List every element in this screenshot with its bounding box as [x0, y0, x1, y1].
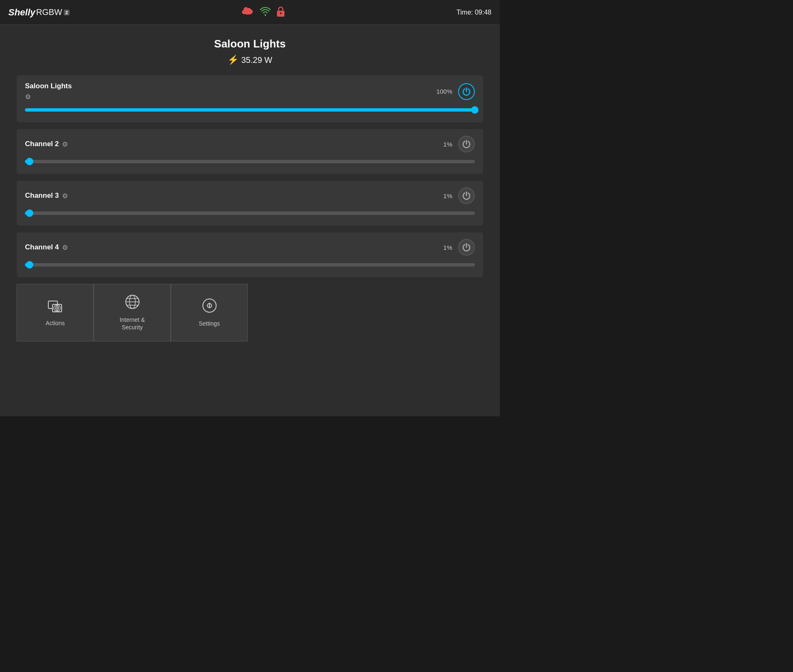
nav-internet-security-label: Internet &Security — [120, 316, 145, 331]
header-status-icons — [242, 6, 285, 19]
channel-3-slider[interactable] — [25, 209, 475, 217]
channel-3-name-row: Channel 3 ⚙ — [25, 192, 68, 200]
channel-2-power-button[interactable] — [458, 136, 475, 152]
channel-3-thumb[interactable] — [26, 209, 33, 217]
channel-2-track — [25, 160, 475, 163]
actions-icon — [47, 299, 63, 314]
channel-2-thumb[interactable] — [26, 158, 33, 165]
svg-point-2 — [280, 12, 282, 14]
bottom-nav: Actions Internet &Security — [17, 284, 483, 341]
channel-card-3: Channel 3 ⚙ 1% — [17, 181, 483, 226]
channel-1-slider[interactable] — [25, 106, 475, 114]
svg-point-0 — [243, 9, 253, 15]
app-logo: Shelly RGBW 2 — [8, 7, 70, 18]
channel-1-gear-icon[interactable]: ⚙ — [25, 93, 72, 101]
channel-card-1: Saloon Lights ⚙ 100% — [17, 75, 483, 122]
channel-3-name: Channel 3 — [25, 192, 59, 200]
channel-1-name: Saloon Lights — [25, 82, 72, 90]
channel-1-name-row: Saloon Lights — [25, 82, 72, 90]
channel-2-gear-icon[interactable]: ⚙ — [62, 140, 68, 148]
channel-2-slider[interactable] — [25, 157, 475, 166]
bolt-icon: ⚡ — [227, 55, 239, 65]
channel-3-track — [25, 212, 475, 215]
power-info: ⚡ 35.29 W — [17, 55, 483, 65]
channel-3-percent: 1% — [443, 192, 452, 199]
channel-1-thumb[interactable] — [471, 106, 479, 114]
channel-4-header: Channel 4 ⚙ 1% — [25, 239, 475, 256]
main-content: Saloon Lights ⚡ 35.29 W Saloon Lights ⚙ … — [0, 25, 500, 416]
channel-4-track — [25, 263, 475, 266]
channel-1-right: 100% — [436, 83, 475, 100]
channel-1-track — [25, 108, 475, 112]
header-time: Time: 09:48 — [456, 9, 491, 16]
channel-1-fill — [25, 108, 475, 112]
settings-icon: i — [202, 298, 217, 315]
logo-badge: 2 — [64, 10, 70, 15]
channel-3-power-button[interactable] — [458, 187, 475, 204]
channel-4-gear-icon[interactable]: ⚙ — [62, 244, 68, 251]
nav-settings-label: Settings — [199, 320, 220, 327]
internet-security-icon — [125, 294, 140, 311]
channel-2-header: Channel 2 ⚙ 1% — [25, 136, 475, 152]
channel-4-slider[interactable] — [25, 261, 475, 269]
power-value: 35.29 W — [241, 55, 272, 65]
logo-shelly: Shelly — [8, 7, 35, 18]
channel-1-left: Saloon Lights ⚙ — [25, 82, 72, 101]
cloud-icon — [242, 7, 254, 18]
channel-2-percent: 1% — [443, 141, 452, 148]
channel-2-right: 1% — [443, 136, 475, 152]
nav-item-internet-security[interactable]: Internet &Security — [94, 284, 171, 341]
channel-2-name-row: Channel 2 ⚙ — [25, 140, 68, 148]
channel-card-2: Channel 2 ⚙ 1% — [17, 129, 483, 174]
channel-1-power-button[interactable] — [458, 83, 475, 100]
channel-4-power-button[interactable] — [458, 239, 475, 256]
device-title: Saloon Lights — [17, 37, 483, 50]
channel-3-right: 1% — [443, 187, 475, 204]
nav-item-settings[interactable]: i Settings — [171, 284, 248, 341]
nav-item-actions[interactable]: Actions — [17, 284, 94, 341]
lock-icon — [277, 6, 285, 19]
channel-4-name-row: Channel 4 ⚙ — [25, 243, 68, 251]
svg-text:i: i — [208, 302, 210, 309]
channel-1-header: Saloon Lights ⚙ 100% — [25, 82, 475, 101]
channel-4-thumb[interactable] — [26, 261, 33, 269]
wifi-icon — [260, 7, 271, 18]
channel-3-header: Channel 3 ⚙ 1% — [25, 187, 475, 204]
channel-4-percent: 1% — [443, 244, 452, 251]
channel-3-gear-icon[interactable]: ⚙ — [62, 192, 68, 200]
app-header: Shelly RGBW 2 — [0, 0, 500, 25]
nav-actions-label: Actions — [46, 319, 65, 327]
channel-4-right: 1% — [443, 239, 475, 256]
channel-2-name: Channel 2 — [25, 140, 59, 148]
logo-rgbw: RGBW — [36, 7, 62, 17]
channel-4-name: Channel 4 — [25, 243, 59, 251]
channel-card-4: Channel 4 ⚙ 1% — [17, 232, 483, 277]
channel-1-percent: 100% — [436, 88, 452, 95]
